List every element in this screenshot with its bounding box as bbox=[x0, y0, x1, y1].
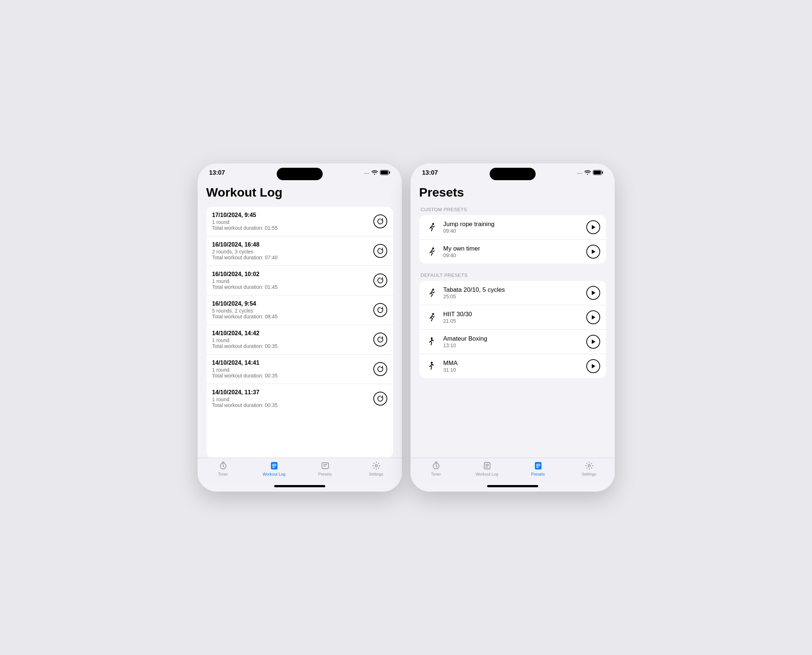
play-button[interactable] bbox=[586, 311, 600, 324]
battery-icon bbox=[380, 170, 390, 176]
log-item-date: 14/10/2024, 14:41 bbox=[212, 360, 278, 366]
default-presets-label: DEFAULT PRESETS bbox=[421, 272, 605, 278]
preset-info: Amateur Boxing 13:10 bbox=[444, 335, 586, 348]
phone-right: 13:07 ···· Presets CUSTOM PRESETS bbox=[411, 163, 615, 492]
play-button[interactable] bbox=[586, 359, 600, 373]
log-item: 16/10/2024, 9:54 5 rounds, 2 cycles Tota… bbox=[206, 295, 393, 325]
svg-rect-29 bbox=[536, 465, 540, 466]
log-item: 16/10/2024, 10:02 1 round Total workout … bbox=[206, 266, 393, 295]
preset-time: 25:05 bbox=[444, 294, 586, 300]
status-bar-left: 13:07 ···· bbox=[198, 163, 402, 180]
replay-button[interactable] bbox=[373, 362, 387, 376]
tab-timer-left[interactable]: Timer bbox=[198, 461, 249, 476]
preset-name: Amateur Boxing bbox=[444, 335, 586, 343]
svg-rect-6 bbox=[272, 465, 276, 466]
svg-marker-14 bbox=[592, 225, 596, 229]
preset-info: My own timer 09:40 bbox=[444, 245, 586, 258]
log-item-rounds: 2 rounds, 3 cycles bbox=[212, 249, 278, 255]
log-item-duration: Total workout duration: 00:35 bbox=[212, 343, 278, 349]
wifi-icon-right bbox=[585, 170, 591, 176]
preset-name: HIIT 30/30 bbox=[444, 311, 586, 318]
preset-item: HIIT 30/30 21:05 bbox=[419, 305, 606, 330]
preset-time: 31:10 bbox=[444, 367, 586, 373]
replay-button[interactable] bbox=[373, 333, 387, 346]
replay-button[interactable] bbox=[373, 214, 387, 228]
log-item-rounds: 5 rounds, 2 cycles bbox=[212, 308, 278, 314]
home-indicator-right bbox=[487, 485, 538, 487]
preset-name: MMA bbox=[444, 360, 586, 367]
tab-bar-right: Timer Workout Log Presets bbox=[411, 458, 615, 482]
play-button[interactable] bbox=[586, 286, 600, 300]
battery-icon-right bbox=[593, 170, 603, 176]
svg-rect-2 bbox=[381, 171, 388, 174]
tab-label-workout-log-left: Workout Log bbox=[262, 472, 285, 476]
log-item: 14/10/2024, 14:41 1 round Total workout … bbox=[206, 355, 393, 384]
log-item-duration: Total workout duration: 01:55 bbox=[212, 225, 278, 231]
play-button[interactable] bbox=[586, 335, 600, 349]
preset-time: 13:10 bbox=[444, 343, 586, 348]
tab-label-settings-right: Settings bbox=[582, 472, 597, 476]
workout-log-icon-right bbox=[482, 461, 492, 470]
tab-presets-left[interactable]: Presets bbox=[300, 461, 351, 476]
tab-bar-left: Timer Workout Log Presets bbox=[198, 458, 402, 482]
tab-label-timer-left: Timer bbox=[218, 472, 228, 476]
signal-icon: ···· bbox=[364, 170, 369, 176]
tab-label-timer-right: Timer bbox=[431, 472, 441, 476]
content-right: Presets CUSTOM PRESETS Jump rope trainin… bbox=[411, 180, 615, 458]
svg-point-31 bbox=[588, 464, 590, 467]
preset-name: My own timer bbox=[444, 245, 586, 252]
preset-name: Jump rope training bbox=[444, 221, 586, 228]
presets-icon-right bbox=[533, 461, 543, 470]
svg-point-19 bbox=[432, 313, 434, 315]
page-title-right: Presets bbox=[419, 185, 606, 200]
presets-icon-left bbox=[321, 461, 330, 470]
status-icons-right: ···· bbox=[577, 170, 603, 176]
svg-point-13 bbox=[432, 223, 434, 225]
play-button[interactable] bbox=[586, 245, 600, 258]
home-indicator-left bbox=[274, 485, 325, 487]
log-item-info: 14/10/2024, 11:37 1 round Total workout … bbox=[212, 389, 278, 408]
tab-label-presets-right: Presets bbox=[531, 472, 545, 476]
log-item: 14/10/2024, 14:42 1 round Total workout … bbox=[206, 325, 393, 355]
svg-rect-11 bbox=[602, 171, 603, 174]
log-item-rounds: 1 round bbox=[212, 278, 278, 284]
tab-workout-log-left[interactable]: Workout Log bbox=[249, 461, 300, 476]
log-item-rounds: 1 round bbox=[212, 219, 278, 225]
tab-workout-log-right[interactable]: Workout Log bbox=[462, 461, 513, 476]
preset-info: MMA 31:10 bbox=[444, 360, 586, 373]
preset-info: Tabata 20/10, 5 cycles 25:05 bbox=[444, 286, 586, 300]
default-presets-card: Tabata 20/10, 5 cycles 25:05 HIIT 30/30 … bbox=[419, 281, 606, 378]
svg-marker-16 bbox=[592, 249, 596, 254]
preset-name: Tabata 20/10, 5 cycles bbox=[444, 286, 586, 294]
dynamic-island-right bbox=[490, 168, 536, 180]
status-icons-left: ···· bbox=[364, 170, 390, 176]
svg-rect-5 bbox=[272, 464, 276, 464]
timer-icon-right bbox=[431, 461, 441, 470]
replay-button[interactable] bbox=[373, 274, 387, 288]
svg-marker-24 bbox=[592, 364, 596, 368]
status-bar-right: 13:07 ···· bbox=[411, 163, 615, 180]
tab-settings-right[interactable]: Settings bbox=[564, 461, 615, 476]
svg-rect-30 bbox=[536, 467, 539, 467]
tab-settings-left[interactable]: Settings bbox=[351, 461, 402, 476]
preset-figure-icon bbox=[425, 311, 438, 324]
svg-marker-18 bbox=[592, 291, 596, 295]
preset-item: MMA 31:10 bbox=[419, 354, 606, 378]
custom-presets-card: Jump rope training 09:40 My own timer 09… bbox=[419, 215, 606, 264]
workout-log-icon-left bbox=[269, 461, 279, 470]
tab-presets-right[interactable]: Presets bbox=[513, 461, 564, 476]
log-item-date: 14/10/2024, 14:42 bbox=[212, 330, 278, 337]
preset-item: Jump rope training 09:40 bbox=[419, 215, 606, 240]
play-button[interactable] bbox=[586, 220, 600, 234]
tab-timer-right[interactable]: Timer bbox=[411, 461, 462, 476]
signal-icon-right: ···· bbox=[577, 170, 582, 176]
replay-button[interactable] bbox=[373, 392, 387, 406]
svg-rect-1 bbox=[389, 171, 390, 174]
replay-button[interactable] bbox=[373, 244, 387, 258]
status-time-right: 13:07 bbox=[422, 169, 438, 177]
log-item-rounds: 1 round bbox=[212, 397, 278, 402]
replay-button[interactable] bbox=[373, 303, 387, 317]
log-item-info: 14/10/2024, 14:41 1 round Total workout … bbox=[212, 360, 278, 378]
log-item: 16/10/2024, 16:48 2 rounds, 3 cycles Tot… bbox=[206, 236, 393, 266]
log-item-duration: Total workout duration: 01:45 bbox=[212, 284, 278, 290]
